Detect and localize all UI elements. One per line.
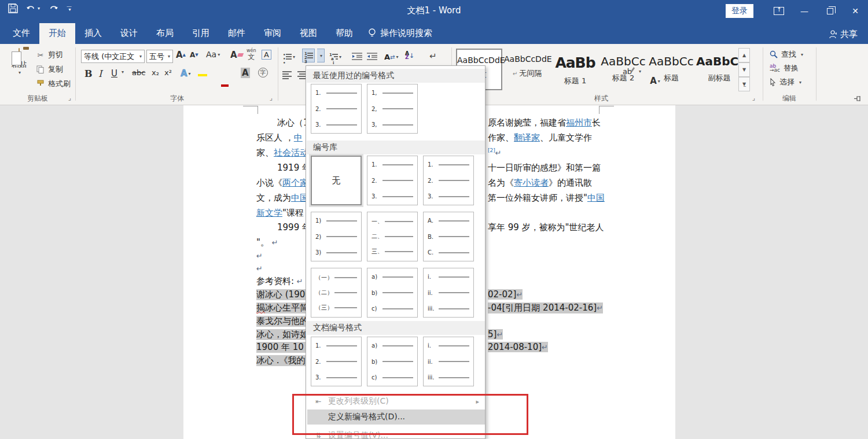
numbering-sample-number: 1.: [428, 161, 437, 168]
tab-mailings[interactable]: 邮件: [219, 23, 255, 44]
bullets-button[interactable]: •••▾: [282, 50, 295, 64]
numbering-format-option[interactable]: i.ii.iii.: [423, 268, 474, 318]
find-button[interactable]: 查找▾: [770, 49, 803, 60]
text-fragment-left: ↵: [256, 263, 263, 274]
hyperlink-text[interactable]: 中: [294, 132, 303, 143]
numbering-format-option[interactable]: i.ii.iii.: [423, 337, 474, 386]
clipboard-dialog-launcher[interactable]: ⌟: [68, 94, 71, 102]
numbering-sample-number: （二）: [315, 289, 333, 297]
tab-file[interactable]: 文件: [3, 23, 39, 44]
numbering-format-option[interactable]: 1.2.3.: [367, 156, 418, 205]
align-left-button[interactable]: [282, 68, 292, 82]
replace-button[interactable]: ab→ac 替换: [770, 63, 799, 73]
bold-button[interactable]: B: [84, 68, 93, 79]
increase-indent-button[interactable]: [367, 50, 377, 64]
hyperlink-text[interactable]: 新文学: [256, 208, 282, 218]
numbering-sample-line: [439, 292, 469, 293]
numbering-format-option[interactable]: 1)2)3): [311, 212, 362, 261]
numbering-dropdown-arrow[interactable]: ▾: [317, 49, 325, 62]
styles-scroll-down-button[interactable]: ▼: [738, 62, 750, 77]
hyperlink-text[interactable]: 中国: [587, 193, 605, 203]
italic-button[interactable]: I: [98, 68, 102, 79]
decrease-indent-button[interactable]: [352, 50, 362, 64]
superscript-button[interactable]: x²: [164, 68, 172, 77]
enclose-characters-button[interactable]: 字: [258, 68, 268, 78]
cut-button[interactable]: ✂ 剪切: [36, 50, 71, 60]
tab-design[interactable]: 设计: [111, 23, 147, 44]
paste-button[interactable]: 粘贴 ▾: [6, 49, 32, 91]
underline-button[interactable]: U: [111, 68, 117, 79]
numbering-sample-line: [326, 252, 357, 253]
grow-font-button[interactable]: A▲: [176, 50, 186, 60]
numbering-format-option[interactable]: 1.2.3.: [311, 337, 362, 386]
multilevel-list-button[interactable]: 1ai▾: [329, 50, 341, 64]
copy-button[interactable]: 复制: [36, 64, 71, 75]
character-shading-button[interactable]: A: [241, 68, 250, 78]
sort-button[interactable]: AZ↓: [405, 49, 414, 62]
ribbon-display-options-button[interactable]: [766, 0, 792, 22]
tab-review[interactable]: 审阅: [255, 23, 290, 44]
style-card-4[interactable]: AaBbCc标题 2: [600, 49, 646, 90]
numbering-format-option[interactable]: a)b)c): [367, 268, 418, 318]
styles-more-button[interactable]: ▼̲: [738, 77, 750, 91]
style-card-5[interactable]: AaBbCc标题: [648, 49, 694, 90]
share-button[interactable]: 共享: [829, 29, 858, 40]
body-text: 第一位外籍女讲师，讲授": [488, 193, 587, 203]
font-dialog-launcher[interactable]: ⌟: [270, 94, 273, 102]
hyperlink-text[interactable]: 社会活动: [274, 147, 308, 158]
minimize-button[interactable]: —: [792, 0, 817, 22]
tab-insert[interactable]: 插入: [75, 23, 111, 44]
numbering-format-option[interactable]: 1.2.3.: [423, 156, 474, 205]
hyperlink-text[interactable]: 两个家: [282, 178, 308, 188]
styles-scroll-up-button[interactable]: ▲: [738, 48, 750, 62]
hyperlink-text[interactable]: 寄小读者: [514, 178, 549, 188]
style-card-6[interactable]: AaBbCc副标题: [696, 49, 742, 90]
hyperlink-text[interactable]: 福州市: [566, 117, 592, 128]
font-size-dropdown-arrow[interactable]: ▾: [168, 54, 170, 59]
show-hide-marks-button[interactable]: ↵: [429, 49, 437, 63]
style-preview: AaBbCc: [600, 54, 646, 68]
collapse-ribbon-pin-icon[interactable]: [854, 95, 862, 104]
font-family-combo[interactable]: 等线 (中文正文▾: [81, 50, 145, 63]
select-button[interactable]: 选择▾: [770, 77, 801, 87]
style-card-3[interactable]: AaBb标题 1: [552, 49, 598, 90]
font-family-dropdown-arrow[interactable]: ▾: [139, 54, 142, 59]
tab-home[interactable]: 开始: [39, 23, 75, 44]
numbering-format-option[interactable]: A.B.C.: [423, 212, 474, 261]
subscript-button[interactable]: x₂: [152, 68, 159, 77]
asian-layout-button[interactable]: A⇄▾: [384, 50, 398, 64]
format-painter-button[interactable]: 格式刷: [36, 79, 71, 89]
character-border-button[interactable]: A: [262, 50, 271, 60]
close-button[interactable]: ✕: [843, 0, 868, 22]
numbering-format-option[interactable]: 无: [311, 156, 362, 205]
sign-in-button[interactable]: 登录: [726, 4, 753, 18]
restore-button[interactable]: [817, 0, 843, 22]
paste-dropdown-arrow[interactable]: ▾: [7, 70, 32, 75]
phonetic-guide-button[interactable]: wén文: [247, 49, 256, 60]
hyperlink-text[interactable]: 翻译家: [514, 132, 540, 143]
styles-dialog-launcher[interactable]: ⌟: [752, 94, 755, 102]
numbering-sample-line: [382, 345, 413, 346]
numbering-sample-line: [334, 307, 357, 308]
style-card-2[interactable]: AaBbCcDdE↵ 无间隔: [504, 49, 550, 90]
clear-formatting-button[interactable]: A: [230, 50, 243, 60]
numbering-format-option[interactable]: 1.2.3.: [311, 84, 362, 134]
numbering-sample-number: 1.: [372, 161, 381, 168]
numbering-format-option[interactable]: a)b)c): [367, 337, 418, 386]
shrink-font-button[interactable]: A▼: [190, 51, 198, 59]
underline-dropdown-arrow[interactable]: ▾: [120, 69, 124, 75]
tell-me-search[interactable]: 操作说明搜索: [362, 23, 438, 44]
font-size-combo[interactable]: 五号▾: [146, 50, 173, 63]
tab-help[interactable]: 帮助: [326, 23, 362, 44]
strikethrough-button[interactable]: abc: [132, 68, 145, 77]
text-fragment-left: 文，成为中国: [256, 193, 308, 204]
tab-layout[interactable]: 布局: [147, 23, 183, 44]
tab-references[interactable]: 引用: [183, 23, 219, 44]
numbering-format-option[interactable]: 一、二、三、: [367, 212, 418, 261]
numbering-button[interactable]: 123: [302, 49, 315, 62]
text-effects-button[interactable]: A▾: [181, 68, 191, 79]
numbering-format-option[interactable]: 1,2,3,: [367, 84, 418, 134]
change-case-button[interactable]: Aa▾: [206, 50, 220, 59]
tab-view[interactable]: 视图: [290, 23, 326, 44]
numbering-format-option[interactable]: （一）（二）（三）: [311, 268, 362, 318]
